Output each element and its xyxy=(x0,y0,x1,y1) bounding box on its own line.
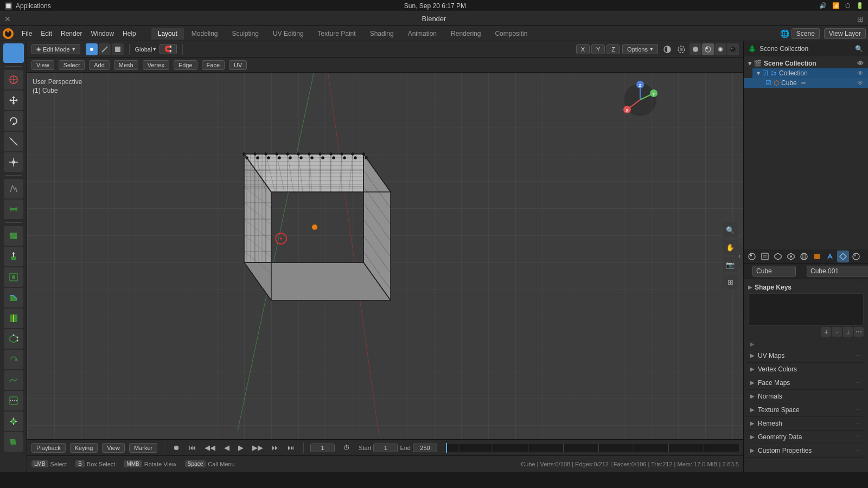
playback-menu[interactable]: Playback xyxy=(31,443,66,453)
edge-menu-button[interactable]: Edge xyxy=(174,60,197,70)
tab-texture-paint[interactable]: Texture Paint xyxy=(311,28,362,40)
jump-next-key-button[interactable]: ⏭ xyxy=(270,442,281,453)
tab-animation[interactable]: Animation xyxy=(401,28,443,40)
menu-edit[interactable]: Edit xyxy=(36,28,56,39)
mesh-name-input[interactable] xyxy=(807,266,868,277)
outliner-cube[interactable]: ☑ ⬡ Cube ✏ 👁 xyxy=(744,78,868,88)
viewport-3d[interactable]: User Perspective (1) Cube xyxy=(27,73,743,439)
menu-file[interactable]: File xyxy=(17,28,36,39)
tab-layout[interactable]: Layout xyxy=(151,28,184,40)
shape-key-remove-button[interactable]: - xyxy=(832,327,842,337)
z-axis-button[interactable]: Z xyxy=(607,44,620,54)
play-button[interactable]: ▶ xyxy=(236,442,246,453)
overlay-toggle[interactable] xyxy=(661,43,673,55)
face-maps-section[interactable]: ▶ Face Maps ⋯ xyxy=(746,376,866,390)
outliner-collection[interactable]: ▾ ☑ 🗂 Collection 👁 xyxy=(752,68,868,78)
menu-help[interactable]: Help xyxy=(118,28,141,39)
scene-selector[interactable]: Scene xyxy=(792,28,820,39)
app-name[interactable]: Applications xyxy=(16,2,51,10)
material-props-tab[interactable] xyxy=(850,251,862,262)
snap-button[interactable]: 🧲 xyxy=(159,44,177,54)
smooth-tool-button[interactable] xyxy=(4,370,23,390)
step-frame-forward-button[interactable]: ▶▶ xyxy=(250,442,265,453)
solid-shading-button[interactable] xyxy=(690,43,701,55)
render-props-tab[interactable] xyxy=(746,251,758,262)
object-data-props-tab[interactable] xyxy=(837,251,849,262)
face-menu-button[interactable]: Face xyxy=(202,60,225,70)
jump-start-button[interactable]: ⏺ xyxy=(171,442,182,453)
shape-key-menu-button[interactable]: ⋯ xyxy=(854,327,864,337)
add-cube-button[interactable] xyxy=(4,226,23,246)
mode-selector[interactable]: ◈ Edit Mode ▾ xyxy=(31,44,80,54)
vertex-colors-section[interactable]: ▶ Vertex Colors ⋯ xyxy=(746,363,866,376)
marker-menu[interactable]: Marker xyxy=(129,443,157,453)
scene-collection-visibility[interactable]: 👁 xyxy=(857,60,864,67)
step-frame-back-button[interactable]: ◀ xyxy=(222,442,232,453)
spin-tool-button[interactable] xyxy=(4,350,23,369)
collapse-panel-button[interactable]: ‹ xyxy=(736,245,743,267)
uv-menu-button[interactable]: UV xyxy=(229,60,247,70)
remesh-section[interactable]: ▶ Remesh ⋯ xyxy=(746,417,866,431)
rotate-tool-button[interactable] xyxy=(4,111,23,131)
options-button[interactable]: Options ▾ xyxy=(622,44,658,54)
tab-modeling[interactable]: Modeling xyxy=(185,28,225,40)
cursor-tool-button[interactable] xyxy=(4,70,23,89)
menu-render[interactable]: Render xyxy=(56,28,86,39)
mesh-object[interactable] xyxy=(163,127,434,344)
current-frame-input[interactable] xyxy=(310,444,335,452)
menu-window[interactable]: Window xyxy=(86,28,118,39)
edge-slide-button[interactable] xyxy=(4,391,23,410)
window-expand-button[interactable]: ⊞ xyxy=(857,15,864,23)
add-menu-button[interactable]: Add xyxy=(89,60,110,70)
rendered-shading-button[interactable] xyxy=(714,43,726,55)
mesh-menu-button[interactable]: Mesh xyxy=(114,60,138,70)
material-shading-button[interactable] xyxy=(702,43,714,55)
shape-keys-expand[interactable]: ▶ xyxy=(748,284,752,290)
view-layer-props-tab[interactable] xyxy=(772,251,784,262)
object-props-tab[interactable] xyxy=(811,251,823,262)
cube-visibility[interactable]: 👁 xyxy=(857,79,864,87)
tab-uv-editing[interactable]: UV Editing xyxy=(266,28,310,40)
scene-props-tab[interactable] xyxy=(785,251,797,262)
select-tool-button[interactable] xyxy=(3,43,24,63)
zoom-camera-button[interactable]: 🔍 xyxy=(723,222,738,237)
outliner-scene-collection[interactable]: ▾ 🎬 Scene Collection 👁 xyxy=(744,59,868,68)
tab-compositing[interactable]: Compositin xyxy=(488,28,534,40)
scale-tool-button[interactable] xyxy=(4,132,23,151)
texture-space-section[interactable]: ▶ Texture Space ⋯ xyxy=(746,403,866,417)
modifier-props-tab[interactable] xyxy=(824,251,836,262)
y-axis-button[interactable]: Y xyxy=(591,44,605,54)
jump-prev-key-button[interactable]: ⏮ xyxy=(187,442,198,453)
transform-tool-button[interactable] xyxy=(4,152,23,172)
face-select-button[interactable] xyxy=(112,43,124,55)
keying-menu[interactable]: Keying xyxy=(70,443,98,453)
window-close-button[interactable]: ✕ xyxy=(4,15,11,23)
loop-cut-button[interactable] xyxy=(4,309,23,328)
tab-sculpting[interactable]: Sculpting xyxy=(226,28,265,40)
step-back-button[interactable]: ◀◀ xyxy=(202,442,218,453)
edge-select-button[interactable] xyxy=(99,43,111,55)
geometry-data-section[interactable]: ▶ Geometry Data ⋯ xyxy=(746,431,866,444)
collection-visibility[interactable]: 👁 xyxy=(857,69,864,77)
world-props-tab[interactable] xyxy=(798,251,810,262)
select-menu-button[interactable]: Select xyxy=(59,60,85,70)
view-menu-button[interactable]: View xyxy=(31,60,54,70)
outliner-filter-button[interactable]: 🔍 xyxy=(854,44,864,54)
transform-orientation[interactable]: Global ▾ xyxy=(135,46,157,53)
tab-rendering[interactable]: Rendering xyxy=(444,28,487,40)
shrink-fatten-button[interactable] xyxy=(4,412,23,431)
shape-key-add-button[interactable]: + xyxy=(821,327,831,337)
measure-tool-button[interactable] xyxy=(4,200,23,219)
extrude-tool-button[interactable] xyxy=(4,247,23,266)
shape-key-down-button[interactable]: ↓ xyxy=(843,327,853,337)
eevee-shading-button[interactable] xyxy=(727,43,739,55)
annotate-tool-button[interactable] xyxy=(4,179,23,198)
object-name-input[interactable] xyxy=(752,266,796,277)
vertex-select-button[interactable] xyxy=(86,43,98,55)
start-frame-input[interactable] xyxy=(373,444,398,452)
view-layer-selector[interactable]: View Layer xyxy=(824,28,866,39)
shear-tool-button[interactable] xyxy=(4,432,23,452)
timeline-scrubber[interactable] xyxy=(446,444,739,452)
uv-maps-section[interactable]: ▶ UV Maps ⋯ xyxy=(746,349,866,363)
bevel-tool-button[interactable] xyxy=(4,288,23,307)
